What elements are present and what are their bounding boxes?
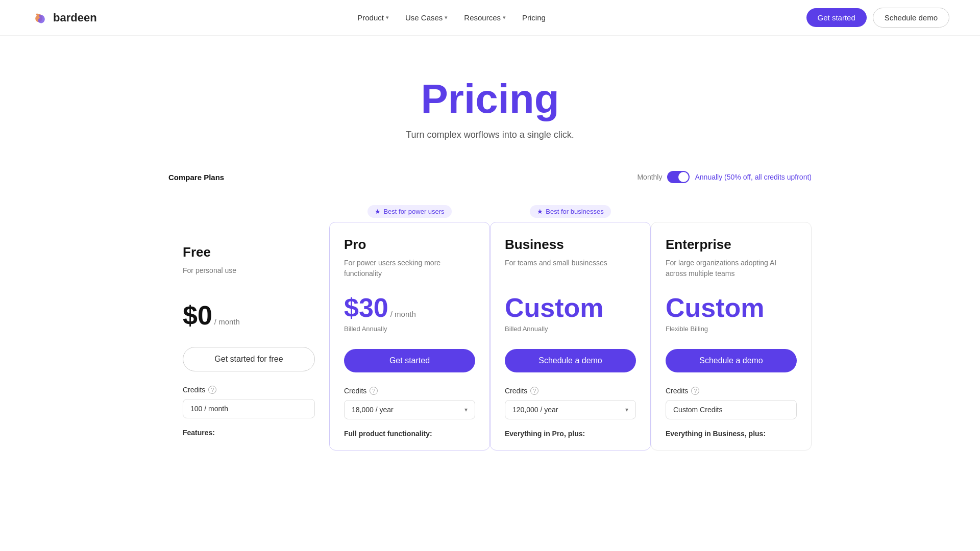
pro-plan-desc: For power users seeking more functionali… (344, 258, 475, 282)
usecases-chevron-icon: ▾ (445, 14, 448, 21)
enterprise-credits-info-icon[interactable]: ? (691, 387, 699, 395)
plan-business-card: Business For teams and small businesses … (490, 222, 651, 450)
pro-credits-chevron-icon: ▾ (464, 406, 468, 413)
pro-billed-note: Billed Annually (344, 325, 475, 333)
business-badge-text: Best for businesses (546, 208, 603, 215)
pro-badge-text: Best for power users (383, 208, 444, 215)
free-features-label: Features: (183, 429, 315, 437)
free-plan-name: Free (183, 244, 315, 260)
pro-credits-dropdown[interactable]: 18,000 / year ▾ (344, 400, 475, 419)
free-credits-section: Credits ? 100 / month (183, 386, 315, 418)
pro-credits-info-icon[interactable]: ? (370, 387, 378, 395)
free-credits-input[interactable]: 100 / month (183, 399, 315, 418)
plan-enterprise-column: Enterprise For large organizations adopt… (651, 199, 812, 450)
hero-subtitle: Turn complex worflows into a single clic… (0, 130, 980, 140)
get-started-button[interactable]: Get started (806, 8, 867, 27)
business-billed-note: Billed Annually (505, 325, 636, 333)
plan-free-card: Free For personal use $0 / month Get sta… (168, 222, 329, 449)
enterprise-cta-button[interactable]: Schedule a demo (666, 349, 797, 372)
pro-cta-button[interactable]: Get started (344, 349, 475, 372)
nav-usecases[interactable]: Use Cases ▾ (405, 13, 448, 22)
schedule-demo-button[interactable]: Schedule demo (873, 8, 949, 28)
plan-business-column: ★ Best for businesses Business For teams… (490, 199, 651, 450)
enterprise-price-value: Custom (666, 292, 765, 323)
business-plan-price: Custom (505, 292, 636, 323)
business-badge-star-icon: ★ (537, 208, 543, 215)
pro-price-value: $30 (344, 292, 388, 323)
free-credits-label: Credits ? (183, 386, 315, 394)
pro-credits-section: Credits ? 18,000 / year ▾ (344, 387, 475, 419)
free-price-period: / month (214, 317, 240, 326)
nav-resources[interactable]: Resources ▾ (464, 13, 506, 22)
business-plan-name: Business (505, 237, 636, 253)
page-title: Pricing (0, 77, 980, 121)
business-features-label: Everything in Pro, plus: (505, 430, 636, 438)
free-credits-info-icon[interactable]: ? (208, 386, 216, 394)
enterprise-credits-static: Custom Credits (666, 400, 797, 419)
billing-toggle-switch[interactable] (667, 171, 690, 183)
enterprise-badge-row (651, 199, 812, 218)
nav-product[interactable]: Product ▾ (357, 13, 389, 22)
hero-section: Pricing Turn complex worflows into a sin… (0, 36, 980, 161)
nav-links: Product ▾ Use Cases ▾ Resources ▾ Pricin… (357, 13, 546, 22)
navbar: bardeen Product ▾ Use Cases ▾ Resources … (0, 0, 980, 36)
enterprise-billed-note: Flexible Billing (666, 325, 797, 333)
pro-plan-price: $30 / month (344, 292, 475, 323)
billing-monthly-label: Monthly (637, 173, 662, 181)
pro-best-badge: ★ Best for power users (368, 205, 451, 218)
pro-badge-row: ★ Best for power users (329, 199, 490, 218)
pro-plan-name: Pro (344, 237, 475, 253)
free-plan-price: $0 / month (183, 300, 315, 331)
business-cta-button[interactable]: Schedule a demo (505, 349, 636, 372)
free-cta-button[interactable]: Get started for free (183, 347, 315, 371)
pro-credits-value: 18,000 / year (352, 406, 394, 414)
business-credits-value: 120,000 / year (512, 406, 558, 414)
billing-annually-label: Annually (50% off, all credits upfront) (695, 173, 812, 181)
pro-credits-label: Credits ? (344, 387, 475, 395)
plan-pro-column: ★ Best for power users Pro For power use… (329, 199, 490, 450)
free-plan-desc: For personal use (183, 265, 315, 290)
enterprise-plan-desc: For large organizations adopting AI acro… (666, 258, 797, 282)
business-credits-section: Credits ? 120,000 / year ▾ (505, 387, 636, 419)
enterprise-plan-price: Custom (666, 292, 797, 323)
toggle-knob (678, 172, 689, 182)
business-credits-info-icon[interactable]: ? (530, 387, 538, 395)
business-badge-row: ★ Best for businesses (490, 199, 651, 218)
business-plan-desc: For teams and small businesses (505, 258, 636, 282)
pro-features-label: Full product functionality: (344, 430, 475, 438)
business-credits-chevron-icon: ▾ (625, 406, 628, 413)
resources-chevron-icon: ▾ (503, 14, 506, 21)
plan-enterprise-card: Enterprise For large organizations adopt… (651, 222, 812, 450)
logo-text: bardeen (53, 11, 97, 24)
enterprise-plan-name: Enterprise (666, 237, 797, 253)
free-price-value: $0 (183, 300, 212, 331)
free-badge-row (168, 199, 329, 218)
logo[interactable]: bardeen (31, 9, 97, 27)
business-best-badge: ★ Best for businesses (530, 205, 610, 218)
business-price-value: Custom (505, 292, 604, 323)
enterprise-features-label: Everything in Business, plus: (666, 430, 797, 438)
enterprise-credits-section: Credits ? Custom Credits (666, 387, 797, 419)
pricing-controls: Compare Plans Monthly Annually (50% off,… (168, 171, 812, 183)
compare-plans-label: Compare Plans (168, 173, 224, 182)
plans-grid: Free For personal use $0 / month Get sta… (168, 199, 812, 450)
nav-actions: Get started Schedule demo (806, 8, 949, 28)
enterprise-credits-label: Credits ? (666, 387, 797, 395)
billing-toggle[interactable]: Monthly Annually (50% off, all credits u… (637, 171, 812, 183)
business-credits-label: Credits ? (505, 387, 636, 395)
business-credits-dropdown[interactable]: 120,000 / year ▾ (505, 400, 636, 419)
plan-free-column: Free For personal use $0 / month Get sta… (168, 199, 329, 450)
pro-badge-star-icon: ★ (375, 208, 381, 215)
plan-pro-card: Pro For power users seeking more functio… (329, 222, 490, 450)
nav-pricing[interactable]: Pricing (522, 13, 546, 22)
pro-price-period: / month (390, 310, 416, 318)
pricing-section: Compare Plans Monthly Annually (50% off,… (138, 161, 842, 481)
product-chevron-icon: ▾ (386, 14, 389, 21)
